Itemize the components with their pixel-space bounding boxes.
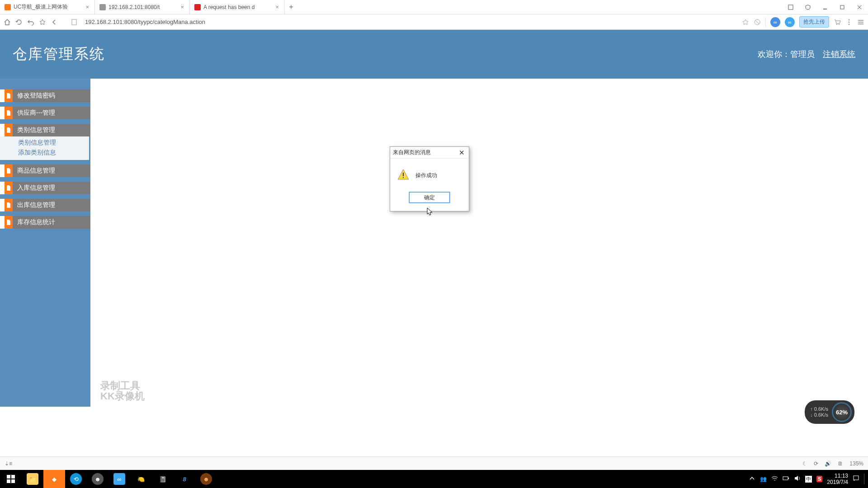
tray-volume-icon[interactable]: [794, 475, 801, 483]
sidebar-item-outbound[interactable]: 出库信息管理: [0, 199, 90, 211]
doc-icon: [5, 199, 13, 211]
svg-rect-2: [840, 5, 844, 9]
tray-sogou[interactable]: S: [816, 476, 822, 482]
extension-2-icon[interactable]: ∞: [785, 17, 795, 27]
status-doc-icon[interactable]: 🗎: [838, 460, 843, 467]
window-minimize-button[interactable]: [816, 0, 834, 14]
sidebar-item-inbound[interactable]: 入库信息管理: [0, 182, 90, 194]
sidebar-item-password[interactable]: 修改登陆密码: [0, 89, 90, 102]
taskbar-app-5[interactable]: 🍋: [130, 470, 152, 488]
sidebar-label: 商品信息管理: [13, 164, 90, 177]
svg-rect-18: [7, 475, 10, 479]
svg-rect-21: [11, 479, 15, 483]
window-restore-icon[interactable]: [782, 0, 799, 14]
new-tab-button[interactable]: ＋: [285, 0, 297, 14]
block-icon[interactable]: [754, 19, 761, 26]
status-sync-icon[interactable]: ⟳: [814, 460, 818, 467]
doc-icon: [5, 164, 13, 177]
window-shield-icon[interactable]: [799, 0, 816, 14]
taskbar-app-2[interactable]: ⟲: [65, 470, 87, 488]
sidebar-label: 供应商---管理: [13, 107, 90, 119]
close-icon[interactable]: ×: [85, 4, 90, 10]
svg-rect-17: [403, 177, 404, 178]
svg-rect-0: [788, 5, 793, 9]
tray-date: 2019/7/4: [827, 479, 848, 485]
logout-link[interactable]: 注销系统: [823, 49, 855, 60]
window-close-button[interactable]: [851, 0, 868, 14]
tray-people-icon[interactable]: 👥: [760, 476, 767, 482]
zoom-level[interactable]: 135%: [849, 460, 863, 467]
cart-icon[interactable]: [834, 19, 841, 26]
tray-time: 11:13: [827, 473, 848, 479]
sidebar-item-product[interactable]: 商品信息管理: [0, 164, 90, 177]
start-button[interactable]: [0, 470, 22, 488]
back-icon[interactable]: [51, 19, 58, 26]
taskbar-app-4[interactable]: ∞: [108, 470, 130, 488]
download-indicator-icon[interactable]: ⇣≡: [5, 460, 12, 467]
speed-percent: 62%: [832, 402, 852, 422]
taskbar-explorer[interactable]: 📁: [22, 470, 43, 488]
status-volume-icon[interactable]: 🔊: [825, 460, 831, 467]
sidebar-item-category[interactable]: 类别信息管理: [0, 124, 90, 136]
svg-rect-22: [783, 477, 788, 480]
alert-dialog: 来自网页的消息 ✕ 操作成功 确定: [390, 146, 469, 211]
tab-favicon-icon: [5, 4, 11, 10]
doc-icon: [5, 182, 13, 194]
tray-wifi-icon[interactable]: [771, 475, 778, 483]
taskbar-app-3[interactable]: ☻: [87, 470, 108, 488]
undo-icon[interactable]: [27, 19, 34, 26]
star-icon[interactable]: [39, 19, 46, 26]
browser-tab-2[interactable]: 192.168.2.101:8080/t ×: [95, 0, 190, 14]
svg-rect-23: [788, 478, 789, 479]
upload-speed: ↑ 0.6K/s: [810, 406, 828, 412]
taskbar-app-1[interactable]: ◆: [43, 470, 65, 488]
svg-rect-24: [854, 476, 859, 480]
url-text[interactable]: 192.168.2.101:8080/tyypc/catelogMana.act…: [85, 19, 205, 25]
submenu-item-category-add[interactable]: 添加类别信息: [18, 147, 89, 157]
dialog-message: 操作成功: [415, 172, 437, 179]
browser-tab-1[interactable]: UC导航_极速上网体验 ×: [0, 0, 95, 14]
ok-button[interactable]: 确定: [409, 192, 450, 203]
bookmark-icon[interactable]: [742, 19, 749, 26]
status-sun-icon[interactable]: ☾: [802, 460, 807, 467]
tray-battery-icon[interactable]: [783, 475, 789, 483]
tray-ime[interactable]: 中: [805, 476, 812, 483]
window-maximize-button[interactable]: [834, 0, 851, 14]
sidebar-label: 库存信息统计: [13, 216, 90, 229]
tray-clock[interactable]: 11:13 2019/7/4: [827, 473, 848, 486]
close-icon[interactable]: ×: [179, 4, 185, 10]
sidebar-item-supplier[interactable]: 供应商---管理: [0, 107, 90, 119]
warning-icon: [397, 169, 409, 182]
taskbar-app-6[interactable]: 📓: [152, 470, 174, 488]
dialog-titlebar: 来自网页的消息 ✕: [390, 147, 469, 159]
tab-2-label: 192.168.2.101:8080/t: [108, 4, 160, 10]
browser-tab-strip: UC导航_极速上网体验 × 192.168.2.101:8080/t × A r…: [0, 0, 868, 14]
network-speed-widget[interactable]: ↑ 0.6K/s ↓ 0.6K/s 62%: [805, 400, 854, 424]
address-bar: 192.168.2.101:8080/tyypc/catelogMana.act…: [0, 14, 868, 30]
close-icon[interactable]: ✕: [458, 149, 466, 157]
hamburger-icon[interactable]: [857, 19, 864, 26]
extension-1-icon[interactable]: ∞: [770, 17, 780, 27]
more-icon[interactable]: [845, 19, 853, 26]
taskbar-app-8[interactable]: ☻: [195, 470, 217, 488]
doc-icon: [5, 124, 13, 136]
close-icon[interactable]: ×: [274, 4, 280, 10]
sidebar-label: 类别信息管理: [13, 124, 90, 136]
sidebar-label: 出库信息管理: [13, 199, 90, 211]
submenu-item-category-manage[interactable]: 类别信息管理: [18, 137, 89, 147]
page-info-icon[interactable]: [71, 19, 78, 26]
svg-rect-20: [7, 479, 10, 483]
sidebar-item-inventory[interactable]: 库存信息统计: [0, 216, 90, 229]
tray-notifications-icon[interactable]: [853, 475, 859, 483]
svg-point-12: [849, 23, 849, 24]
reload-icon[interactable]: [15, 19, 23, 26]
upload-button[interactable]: 抢先上传: [799, 16, 829, 28]
content-area: 来自网页的消息 ✕ 操作成功 确定 录制工具 KK录像机: [90, 79, 868, 407]
browser-tab-3[interactable]: A request has been d ×: [190, 0, 285, 14]
svg-line-7: [755, 20, 759, 24]
taskbar-app-7[interactable]: 8: [174, 470, 195, 488]
doc-icon: [5, 107, 13, 119]
home-icon[interactable]: [4, 19, 11, 26]
page-viewport: 仓库管理系统 欢迎你：管理员 注销系统 修改登陆密码 供应商---管理 类别信息…: [0, 30, 868, 456]
tray-chevron-up-icon[interactable]: [749, 475, 755, 483]
